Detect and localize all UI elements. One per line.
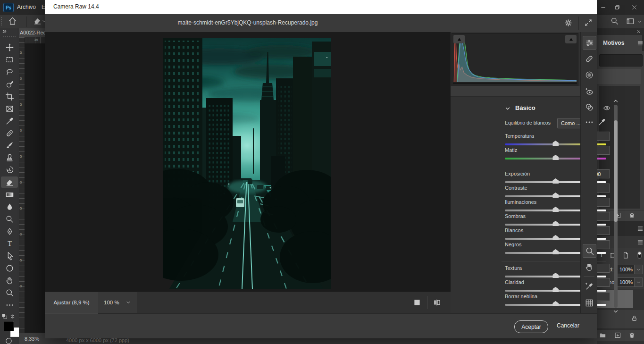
tool-frame[interactable] — [1, 103, 18, 114]
chevron-down-icon[interactable] — [637, 19, 642, 24]
panel-menu-icon[interactable] — [637, 225, 644, 232]
zoombar-separator — [427, 296, 427, 309]
cancel-button[interactable]: Cancelar — [557, 322, 579, 329]
ruler-v-tick: 0 — [20, 284, 22, 288]
tool-historybrush[interactable] — [1, 164, 18, 176]
restore-button[interactable] — [612, 2, 622, 12]
preview-mode-icon[interactable] — [413, 298, 421, 307]
slider-thumb[interactable] — [552, 287, 559, 292]
tool-gradient[interactable] — [1, 189, 18, 200]
tool-dots[interactable] — [1, 299, 18, 310]
eraser-preset-icon[interactable] — [33, 17, 42, 25]
tool-stamp[interactable] — [1, 152, 18, 163]
tool-eyedropper[interactable] — [1, 115, 18, 126]
close-button[interactable] — [629, 2, 639, 12]
screen: Ps Archivo E T A0022-Rec 35 5050505050 8… — [0, 0, 644, 344]
new-group-icon[interactable] — [599, 332, 606, 339]
search-icon[interactable] — [610, 17, 619, 25]
tool-type[interactable]: T — [1, 238, 18, 249]
swap-colors-icon[interactable] — [9, 313, 16, 319]
fit-zoom-tab[interactable]: Ajustar (8,9 %) — [45, 292, 98, 314]
cr-tool-healing[interactable] — [583, 52, 595, 65]
slider-thumb[interactable] — [552, 221, 559, 226]
cr-tool-wbdropper[interactable] — [583, 280, 595, 293]
slider-thumb[interactable] — [552, 141, 559, 146]
tool-ellipse[interactable] — [1, 262, 18, 274]
camera-raw-toolstrip — [580, 32, 597, 313]
tool-pen[interactable] — [1, 226, 18, 237]
delete-layer-icon[interactable] — [628, 332, 636, 339]
photo-city-street[interactable] — [163, 38, 331, 289]
home-icon[interactable] — [8, 16, 17, 26]
default-colors-icon[interactable] — [1, 313, 8, 319]
opacity-value[interactable]: 100% — [617, 265, 636, 274]
zoom-level-select[interactable]: 100 % — [98, 292, 137, 313]
slider-thumb[interactable] — [552, 273, 559, 278]
slider-thumb[interactable] — [552, 301, 559, 306]
gear-icon[interactable] — [564, 18, 573, 27]
toggle-icon[interactable] — [635, 250, 644, 260]
tool-dodge[interactable] — [1, 213, 18, 225]
ruler-horizontal: 35 — [25, 37, 45, 44]
cr-tool-presets[interactable] — [583, 101, 595, 113]
panel-menu-icon[interactable] — [637, 239, 644, 245]
opacity-chevron[interactable] — [634, 265, 643, 274]
tool-select[interactable] — [1, 250, 18, 261]
canvas-background — [25, 43, 45, 333]
tool-lasso[interactable] — [1, 66, 18, 77]
tool-blur[interactable] — [1, 201, 18, 212]
accept-button[interactable]: Aceptar — [514, 320, 548, 333]
document-tab[interactable]: A0022-Rec — [19, 28, 46, 37]
slider-label: Exposición — [505, 171, 530, 176]
slider-thumb[interactable] — [552, 249, 559, 254]
delete-icon[interactable] — [628, 212, 636, 219]
slider-thumb[interactable] — [552, 207, 559, 212]
quick-mask-icon[interactable] — [5, 337, 13, 344]
cr-tool-editsliders[interactable] — [583, 36, 596, 50]
camera-raw-dialog: Camera Raw 14.4 malte-schmidt-enGr5YbjQK… — [45, 0, 597, 338]
zoom-level-field[interactable]: 8,33% — [25, 336, 39, 342]
cr-tool-mask[interactable] — [583, 68, 595, 81]
panel-menu-icon[interactable] — [637, 40, 644, 46]
slider-thumb[interactable] — [552, 193, 559, 198]
before-after-icon[interactable] — [433, 298, 441, 307]
cr-tool-redeye[interactable] — [583, 85, 595, 98]
workspace-icon[interactable] — [626, 17, 635, 25]
tool-brush[interactable] — [1, 140, 18, 151]
window-controls — [597, 0, 644, 14]
new-layer-icon[interactable] — [614, 332, 621, 339]
fullscreen-icon[interactable] — [584, 18, 593, 27]
tool-zoom[interactable] — [1, 287, 18, 298]
options-bar-right — [597, 14, 644, 29]
slider-thumb[interactable] — [552, 155, 559, 160]
tool-hand[interactable] — [1, 275, 18, 286]
cr-tool-zoom[interactable] — [583, 244, 596, 258]
collapse-toolbar-icon[interactable] — [2, 29, 7, 34]
tool-healing[interactable] — [1, 127, 18, 139]
fill-chevron[interactable] — [634, 277, 643, 287]
cr-tool-dots[interactable] — [583, 116, 595, 128]
dialog-title-bar[interactable]: Camera Raw 14.4 — [45, 0, 597, 14]
cr-tool-hand[interactable] — [583, 260, 595, 273]
tool-crop[interactable] — [1, 91, 18, 102]
filename: malte-schmidt-enGr5YbjQKQ-unsplash-Recup… — [45, 19, 451, 26]
cr-tool-grid[interactable] — [583, 296, 595, 309]
photoshop-logo: Ps — [3, 3, 14, 12]
tool-move[interactable] — [1, 42, 18, 53]
minimize-button[interactable] — [598, 2, 608, 12]
slider-thumb[interactable] — [552, 178, 559, 184]
slider-label: Matiz — [505, 147, 517, 153]
dialog-header: malte-schmidt-enGr5YbjQKQ-unsplash-Recup… — [45, 14, 597, 33]
lock-all-icon[interactable] — [622, 252, 629, 259]
slider-thumb[interactable] — [552, 235, 559, 240]
ps-toolbar: T — [0, 28, 19, 344]
tool-eraser[interactable] — [1, 176, 18, 188]
fill-value[interactable]: 100% — [617, 277, 636, 287]
tool-quickselect[interactable] — [1, 78, 18, 90]
dialog-title: Camera Raw 14.4 — [53, 3, 99, 10]
collapse-panels-icon[interactable] — [636, 29, 641, 34]
slider-label: Borrar neblina — [505, 294, 537, 299]
foreground-color-swatch[interactable] — [4, 321, 14, 331]
tool-marquee[interactable] — [1, 54, 18, 65]
menu-archivo[interactable]: Archivo — [17, 4, 36, 10]
